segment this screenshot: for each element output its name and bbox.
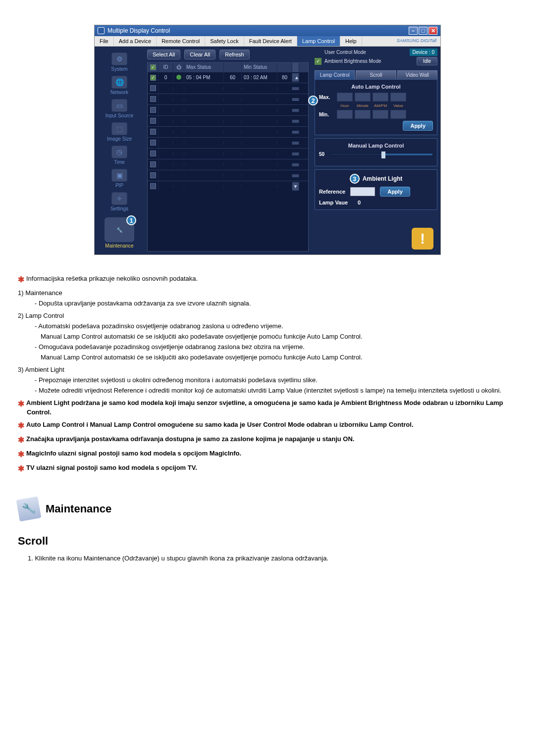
manual-lamp-value: 50 (319, 151, 324, 157)
auto-lamp-title: Auto Lamp Control (319, 84, 433, 90)
sidebar-item-label: PIP (115, 183, 123, 188)
row-checkbox[interactable] (150, 140, 156, 146)
grid-scrollbar[interactable]: ▲ (292, 73, 299, 82)
mode-checkbox-icon[interactable]: ✓ (315, 58, 321, 65)
reference-label: Reference (319, 189, 345, 195)
note-text: TV ulazni signal postoji samo kod modela… (26, 464, 197, 471)
reference-select[interactable] (350, 187, 375, 196)
auto-lamp-section: 2 Auto Lamp Control Max. Hour Minute AM/… (315, 79, 437, 135)
pip-icon: ▣ (111, 169, 127, 182)
close-icon[interactable]: ✕ (428, 27, 437, 35)
sidebar-item-input-source[interactable]: ▭ Input Source (106, 98, 134, 119)
refresh-button[interactable]: Refresh (219, 50, 250, 59)
manual-lamp-section: Manual Lamp Control 50 (315, 138, 437, 166)
note-text: MagicInfo ulazni signal postoji samo kod… (26, 450, 241, 457)
row-checkbox[interactable] (150, 107, 156, 113)
sidebar-item-label: Network (110, 90, 129, 95)
minimize-icon[interactable]: – (409, 27, 418, 35)
select-all-button[interactable]: Select All (147, 50, 180, 59)
min-hour-input[interactable] (337, 110, 353, 119)
lamp-value-label: Lamp Vaue (319, 200, 348, 205)
tab-video-wall[interactable]: Video Wall (397, 70, 437, 79)
user-control-mode-label: User Control Mode (324, 50, 366, 55)
sidebar-item-system[interactable]: ⚙ System (111, 51, 127, 73)
row-checkbox[interactable] (150, 161, 156, 167)
auto-lamp-apply-button[interactable]: Apply (403, 121, 433, 131)
sidebar-item-pip[interactable]: ▣ PIP (111, 168, 127, 189)
manual-lamp-slider[interactable] (329, 153, 433, 156)
row-checkbox[interactable] (150, 129, 156, 135)
menu-fault-device-alert[interactable]: Fault Device Alert (244, 36, 297, 46)
star-icon: ✱ (18, 450, 24, 458)
col-max-status-header: Max Status (184, 63, 224, 72)
bullet: - Dopušta upravljanje postavkama održava… (35, 300, 517, 307)
max-hour-input[interactable] (337, 93, 353, 101)
min-value-input[interactable] (390, 110, 406, 119)
sidebar-item-label: Maintenance (105, 243, 133, 249)
menu-file[interactable]: File (95, 36, 114, 46)
sidebar-item-network[interactable]: 🌐 Network (110, 75, 129, 96)
app-icon (98, 27, 105, 34)
center-panel: Select All Clear All Refresh ID ⏻ Max St… (144, 47, 312, 254)
row-checkbox[interactable] (150, 85, 156, 91)
bullet-continuation: Manual Lamp Control automatski će se isk… (41, 353, 517, 361)
header-checkbox[interactable] (150, 64, 156, 70)
note-text: Ambient Light podržana je samo kod model… (26, 399, 503, 416)
system-icon: ⚙ (111, 52, 127, 65)
menu-safety-lock[interactable]: Safety Lock (205, 36, 244, 46)
sidebar-item-label: Image Size (107, 136, 132, 142)
table-row[interactable]: 0 05 : 04 PM 60 03 : 02 AM 80 ▲ (148, 72, 308, 83)
device-grid: ID ⏻ Max Status Min Status 0 05 : 04 PM … (147, 62, 309, 252)
min-label: Min. (319, 112, 335, 117)
scroll-heading: Scroll (18, 535, 517, 548)
power-on-icon (176, 75, 181, 80)
menu-lamp-control[interactable]: Lamp Control (297, 36, 340, 46)
row-checkbox[interactable] (150, 75, 156, 81)
manual-lamp-title: Manual Lamp Control (319, 143, 433, 149)
min-minute-input[interactable] (355, 110, 371, 119)
brand-logo: SAMSUNG DIGITall (393, 36, 440, 46)
star-icon: ✱ (18, 421, 24, 430)
max-ampm-input[interactable] (373, 93, 388, 101)
sidebar-item-settings[interactable]: ✧ Settings (110, 191, 128, 212)
row-checkbox[interactable] (150, 96, 156, 102)
max-minute-input[interactable] (355, 93, 371, 101)
bullet: - Možete odrediti vrijednost Reference i… (35, 387, 517, 394)
mdc-screenshot: Multiple Display Control – □ ✕ File Add … (94, 25, 441, 255)
maximize-icon[interactable]: □ (419, 27, 428, 35)
note-text: Značajka upravljanja postavkama odrľavan… (26, 435, 354, 443)
input-source-icon: ▭ (111, 99, 127, 112)
col-min-status-header: Min Status (242, 63, 277, 72)
ambient-light-title: Ambient Light (363, 175, 403, 182)
menu-remote-control[interactable]: Remote Control (157, 36, 205, 46)
ambient-apply-button[interactable]: Apply (380, 187, 410, 197)
sidebar-item-image-size[interactable]: ⬚ Image Size (107, 121, 132, 143)
note-text: Auto Lamp Control i Manual Lamp Control … (26, 421, 414, 428)
sidebar-item-label: Input Source (106, 113, 134, 118)
menu-add-device[interactable]: Add a Device (114, 36, 157, 46)
menu-help[interactable]: Help (340, 36, 362, 46)
row-checkbox[interactable] (150, 151, 156, 156)
tab-scroll[interactable]: Scroll (356, 70, 396, 79)
document-body: ✱Informacijska rešetka prikazuje nekolik… (18, 275, 517, 562)
right-panel: User Control Mode Device : 0 ✓ Ambient B… (312, 47, 440, 254)
device-count-badge: Device : 0 (410, 49, 437, 56)
clear-all-button[interactable]: Clear All (184, 50, 215, 59)
warning-icon: ! (412, 228, 433, 250)
row-checkbox[interactable] (150, 172, 156, 178)
min-ampm-input[interactable] (373, 110, 388, 119)
row-max-val: 60 (224, 73, 242, 82)
tab-lamp-control[interactable]: Lamp Control (315, 70, 355, 79)
sidebar-item-label: Time (114, 159, 125, 165)
col-id-header: ID (159, 63, 173, 72)
slider-thumb-icon[interactable] (381, 151, 385, 158)
maintenance-icon: 🔧 1 (105, 217, 134, 242)
sidebar-item-time[interactable]: ◷ Time (111, 145, 127, 166)
settings-icon: ✧ (111, 192, 127, 205)
max-value-input[interactable] (390, 93, 406, 101)
heading-ambient-light: 3) Ambient Light (18, 366, 517, 373)
row-checkbox[interactable] (150, 118, 156, 124)
col-power-header: ⏻ (173, 63, 184, 72)
sidebar-item-maintenance[interactable]: 🔧 1 Maintenance (105, 214, 134, 250)
row-checkbox[interactable] (150, 183, 156, 189)
